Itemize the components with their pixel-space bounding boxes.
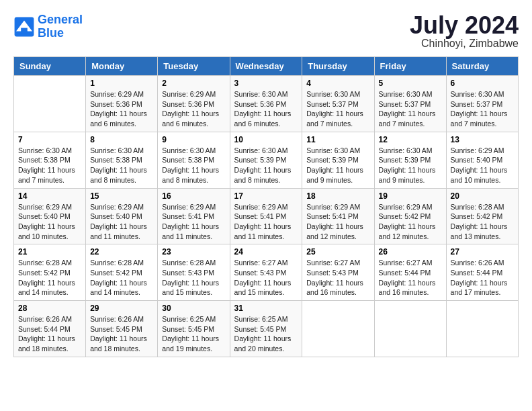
calendar-cell: 19 Sunrise: 6:29 AMSunset: 5:42 PMDaylig… xyxy=(374,188,446,244)
day-info: Sunrise: 6:27 AMSunset: 5:43 PMDaylight:… xyxy=(306,258,369,298)
calendar-cell: 25 Sunrise: 6:27 AMSunset: 5:43 PMDaylig… xyxy=(302,244,374,301)
day-info: Sunrise: 6:29 AMSunset: 5:41 PMDaylight:… xyxy=(306,202,369,242)
day-number: 21 xyxy=(18,247,81,257)
calendar-cell: 4 Sunrise: 6:30 AMSunset: 5:37 PMDayligh… xyxy=(302,76,374,132)
day-number: 3 xyxy=(234,79,298,88)
calendar-cell: 26 Sunrise: 6:27 AMSunset: 5:44 PMDaylig… xyxy=(374,244,446,301)
day-info: Sunrise: 6:30 AMSunset: 5:39 PMDaylight:… xyxy=(234,146,298,185)
calendar-cell: 14 Sunrise: 6:29 AMSunset: 5:40 PMDaylig… xyxy=(14,188,86,244)
day-info: Sunrise: 6:28 AMSunset: 5:42 PMDaylight:… xyxy=(18,258,81,298)
day-info: Sunrise: 6:29 AMSunset: 5:41 PMDaylight:… xyxy=(162,202,225,242)
day-number: 1 xyxy=(90,79,153,88)
day-number: 11 xyxy=(306,135,369,144)
calendar-cell: 31 Sunrise: 6:25 AMSunset: 5:45 PMDaylig… xyxy=(230,301,302,357)
day-number: 6 xyxy=(451,79,514,88)
day-number: 29 xyxy=(90,304,153,313)
day-number: 4 xyxy=(306,79,369,88)
day-info: Sunrise: 6:30 AMSunset: 5:39 PMDaylight:… xyxy=(379,146,442,185)
day-number: 8 xyxy=(90,135,153,144)
day-number: 23 xyxy=(162,247,225,257)
title-block: July 2024 Chinhoyi, Zimbabwe xyxy=(410,13,519,50)
calendar-cell: 15 Sunrise: 6:29 AMSunset: 5:40 PMDaylig… xyxy=(86,188,158,244)
calendar-cell: 10 Sunrise: 6:30 AMSunset: 5:39 PMDaylig… xyxy=(230,132,302,188)
logo: General Blue xyxy=(13,13,83,40)
weekday-header: Tuesday xyxy=(158,57,230,76)
calendar-cell: 16 Sunrise: 6:29 AMSunset: 5:41 PMDaylig… xyxy=(158,188,230,244)
calendar-cell: 1 Sunrise: 6:29 AMSunset: 5:36 PMDayligh… xyxy=(86,76,158,132)
calendar-cell: 5 Sunrise: 6:30 AMSunset: 5:37 PMDayligh… xyxy=(374,76,446,132)
day-number: 22 xyxy=(90,247,153,257)
calendar-cell: 22 Sunrise: 6:28 AMSunset: 5:42 PMDaylig… xyxy=(86,244,158,301)
day-info: Sunrise: 6:30 AMSunset: 5:38 PMDaylight:… xyxy=(90,146,153,185)
calendar-cell: 3 Sunrise: 6:30 AMSunset: 5:36 PMDayligh… xyxy=(230,76,302,132)
calendar-week-row: 28 Sunrise: 6:26 AMSunset: 5:44 PMDaylig… xyxy=(14,301,519,357)
day-info: Sunrise: 6:30 AMSunset: 5:38 PMDaylight:… xyxy=(18,146,81,185)
page-header: General Blue July 2024 Chinhoyi, Zimbabw… xyxy=(13,13,519,50)
calendar-cell xyxy=(14,76,86,132)
svg-rect-2 xyxy=(21,28,28,33)
day-number: 20 xyxy=(451,191,514,201)
logo-icon xyxy=(13,16,35,38)
day-number: 19 xyxy=(379,191,442,201)
calendar-cell: 7 Sunrise: 6:30 AMSunset: 5:38 PMDayligh… xyxy=(14,132,86,188)
day-number: 25 xyxy=(306,247,369,257)
day-info: Sunrise: 6:30 AMSunset: 5:39 PMDaylight:… xyxy=(306,146,369,185)
weekday-header: Monday xyxy=(86,57,158,76)
day-info: Sunrise: 6:26 AMSunset: 5:44 PMDaylight:… xyxy=(451,258,514,298)
day-info: Sunrise: 6:29 AMSunset: 5:40 PMDaylight:… xyxy=(18,202,81,242)
day-number: 16 xyxy=(162,191,225,201)
day-number: 30 xyxy=(162,304,225,313)
day-number: 28 xyxy=(18,304,81,313)
day-number: 10 xyxy=(234,135,298,144)
day-info: Sunrise: 6:30 AMSunset: 5:37 PMDaylight:… xyxy=(451,89,514,129)
calendar-cell: 11 Sunrise: 6:30 AMSunset: 5:39 PMDaylig… xyxy=(302,132,374,188)
weekday-header: Sunday xyxy=(14,57,86,76)
day-number: 15 xyxy=(90,191,153,201)
day-number: 12 xyxy=(379,135,442,144)
day-number: 31 xyxy=(234,304,298,313)
day-info: Sunrise: 6:30 AMSunset: 5:37 PMDaylight:… xyxy=(306,89,369,129)
location: Chinhoyi, Zimbabwe xyxy=(410,38,519,50)
calendar-cell: 21 Sunrise: 6:28 AMSunset: 5:42 PMDaylig… xyxy=(14,244,86,301)
calendar-week-row: 21 Sunrise: 6:28 AMSunset: 5:42 PMDaylig… xyxy=(14,244,519,301)
calendar-cell xyxy=(302,301,374,357)
calendar-week-row: 1 Sunrise: 6:29 AMSunset: 5:36 PMDayligh… xyxy=(14,76,519,132)
logo-text: General Blue xyxy=(38,13,83,40)
weekday-header: Saturday xyxy=(446,57,518,76)
calendar-cell: 28 Sunrise: 6:26 AMSunset: 5:44 PMDaylig… xyxy=(14,301,86,357)
calendar-cell: 13 Sunrise: 6:29 AMSunset: 5:40 PMDaylig… xyxy=(446,132,518,188)
calendar-cell xyxy=(374,301,446,357)
day-number: 27 xyxy=(451,247,514,257)
calendar-cell xyxy=(446,301,518,357)
day-info: Sunrise: 6:26 AMSunset: 5:44 PMDaylight:… xyxy=(18,314,81,354)
calendar-cell: 18 Sunrise: 6:29 AMSunset: 5:41 PMDaylig… xyxy=(302,188,374,244)
day-number: 26 xyxy=(379,247,442,257)
calendar-cell: 29 Sunrise: 6:26 AMSunset: 5:45 PMDaylig… xyxy=(86,301,158,357)
day-info: Sunrise: 6:27 AMSunset: 5:44 PMDaylight:… xyxy=(379,258,442,298)
day-info: Sunrise: 6:30 AMSunset: 5:37 PMDaylight:… xyxy=(379,89,442,129)
day-info: Sunrise: 6:29 AMSunset: 5:41 PMDaylight:… xyxy=(234,202,298,242)
day-number: 5 xyxy=(379,79,442,88)
day-number: 7 xyxy=(18,135,81,144)
calendar-cell: 17 Sunrise: 6:29 AMSunset: 5:41 PMDaylig… xyxy=(230,188,302,244)
calendar-cell: 23 Sunrise: 6:28 AMSunset: 5:43 PMDaylig… xyxy=(158,244,230,301)
calendar-cell: 8 Sunrise: 6:30 AMSunset: 5:38 PMDayligh… xyxy=(86,132,158,188)
day-number: 9 xyxy=(162,135,225,144)
calendar-cell: 6 Sunrise: 6:30 AMSunset: 5:37 PMDayligh… xyxy=(446,76,518,132)
calendar-cell: 30 Sunrise: 6:25 AMSunset: 5:45 PMDaylig… xyxy=(158,301,230,357)
day-number: 2 xyxy=(162,79,225,88)
calendar-cell: 9 Sunrise: 6:30 AMSunset: 5:38 PMDayligh… xyxy=(158,132,230,188)
calendar-week-row: 14 Sunrise: 6:29 AMSunset: 5:40 PMDaylig… xyxy=(14,188,519,244)
day-info: Sunrise: 6:29 AMSunset: 5:36 PMDaylight:… xyxy=(90,89,153,129)
day-info: Sunrise: 6:25 AMSunset: 5:45 PMDaylight:… xyxy=(162,314,225,354)
weekday-header: Thursday xyxy=(302,57,374,76)
day-info: Sunrise: 6:28 AMSunset: 5:43 PMDaylight:… xyxy=(162,258,225,298)
month-title: July 2024 xyxy=(410,13,519,38)
day-info: Sunrise: 6:26 AMSunset: 5:45 PMDaylight:… xyxy=(90,314,153,354)
day-info: Sunrise: 6:29 AMSunset: 5:42 PMDaylight:… xyxy=(379,202,442,242)
day-info: Sunrise: 6:29 AMSunset: 5:40 PMDaylight:… xyxy=(451,146,514,185)
day-info: Sunrise: 6:29 AMSunset: 5:40 PMDaylight:… xyxy=(90,202,153,242)
calendar-cell: 2 Sunrise: 6:29 AMSunset: 5:36 PMDayligh… xyxy=(158,76,230,132)
day-info: Sunrise: 6:27 AMSunset: 5:43 PMDaylight:… xyxy=(234,258,298,298)
day-number: 14 xyxy=(18,191,81,201)
